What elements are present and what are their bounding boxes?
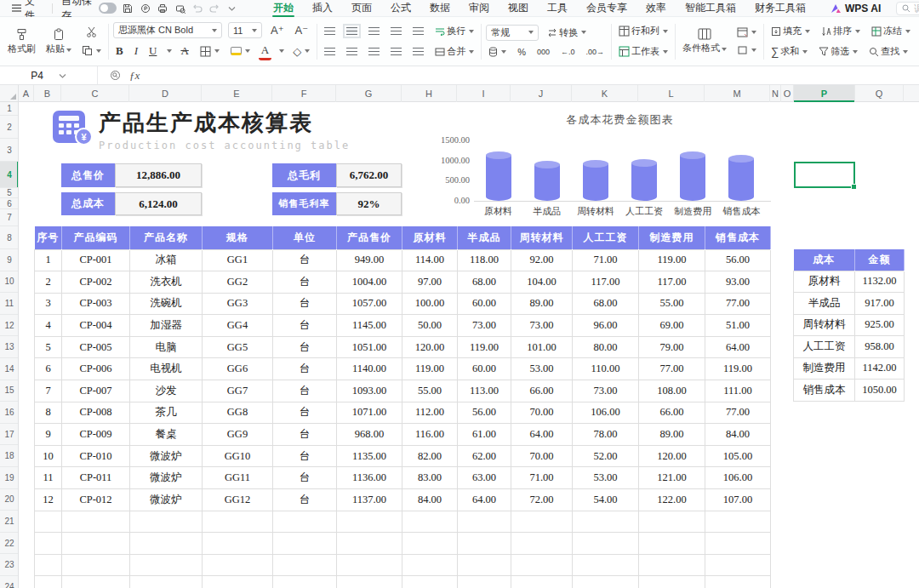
cell[interactable]: 1071.00	[337, 402, 402, 424]
cell[interactable]: CP-008	[62, 402, 130, 424]
empty-cell[interactable]	[511, 554, 573, 576]
cell[interactable]: 1051.00	[337, 336, 402, 358]
borders-button[interactable]	[197, 44, 222, 59]
cell[interactable]: 96.00	[573, 315, 639, 337]
cell[interactable]: 106.00	[573, 402, 639, 424]
cell[interactable]: 台	[273, 358, 337, 380]
empty-cell[interactable]	[639, 533, 705, 555]
find-button[interactable]: 查找	[866, 43, 910, 60]
cell[interactable]: 1145.00	[337, 315, 402, 337]
empty-cell[interactable]	[458, 511, 511, 533]
print-icon[interactable]	[157, 2, 168, 15]
empty-cell[interactable]	[35, 511, 62, 533]
cost-cell[interactable]: 1132.00	[855, 271, 905, 293]
cell[interactable]: GG7	[203, 380, 273, 402]
cell[interactable]: 52.00	[573, 445, 639, 467]
column-header-E[interactable]: E	[202, 85, 272, 102]
empty-cell[interactable]	[130, 576, 203, 588]
row-header-14[interactable]: 14	[0, 358, 19, 380]
cell[interactable]: 台	[273, 445, 337, 467]
thousands-separator-button[interactable]: 000	[534, 46, 552, 58]
cell[interactable]: 台	[273, 293, 337, 315]
cell[interactable]: 64.00	[705, 336, 771, 358]
empty-cell[interactable]	[337, 554, 402, 576]
align-center-button[interactable]	[344, 46, 360, 57]
cell[interactable]: 62.00	[458, 445, 511, 467]
eraser-button[interactable]: ◇	[290, 44, 312, 59]
print-preview-icon[interactable]	[174, 2, 186, 15]
table-header-cell[interactable]: 制造费用	[639, 226, 705, 249]
column-header-M[interactable]: M	[705, 85, 770, 102]
cell[interactable]: 11	[35, 467, 62, 489]
cell[interactable]: 80.00	[573, 336, 639, 358]
sum-button[interactable]: ∑ 求和	[768, 43, 810, 60]
cell[interactable]: 73.00	[573, 380, 639, 402]
cell[interactable]: 冰箱	[130, 249, 203, 271]
cell[interactable]: 122.00	[639, 489, 705, 511]
distribute-button[interactable]	[410, 46, 426, 57]
cell[interactable]: 77.00	[705, 402, 771, 424]
column-header-I[interactable]: I	[457, 85, 511, 102]
row-header-23[interactable]: 23	[0, 554, 19, 576]
empty-cell[interactable]	[705, 576, 771, 588]
cost-cell[interactable]: 1050.00	[855, 380, 905, 402]
sort-button[interactable]: 排序	[819, 23, 863, 39]
row-header-12[interactable]: 12	[0, 315, 19, 337]
cost-cell[interactable]: 周转材料	[794, 314, 855, 336]
increase-font-button[interactable]: A⁺	[268, 23, 287, 37]
formula-search-icon[interactable]	[110, 70, 121, 81]
cell[interactable]: 104.00	[511, 271, 573, 294]
cell[interactable]: 55.00	[639, 293, 705, 315]
empty-cell[interactable]	[203, 554, 273, 576]
number-format-select[interactable]: 常规	[486, 25, 539, 41]
cell[interactable]: GG9	[203, 424, 273, 446]
autosave-toggle[interactable]	[99, 3, 117, 14]
cell[interactable]: 66.00	[639, 402, 705, 424]
row-header-19[interactable]: 19	[0, 467, 19, 489]
empty-cell[interactable]	[35, 533, 62, 555]
row-header-18[interactable]: 18	[0, 445, 19, 467]
justify-button[interactable]	[388, 46, 404, 57]
cell[interactable]: 54.00	[573, 489, 639, 511]
cell[interactable]: 台	[273, 424, 337, 446]
cell[interactable]: GG6	[203, 358, 273, 380]
cell[interactable]: CP-005	[62, 336, 130, 358]
column-header-B[interactable]: B	[34, 85, 61, 102]
cell[interactable]: 台	[273, 315, 337, 337]
font-color-button[interactable]: A	[259, 43, 271, 60]
row-header-21[interactable]: 21	[0, 511, 19, 533]
cell[interactable]: 台	[273, 271, 337, 294]
row-header-15[interactable]: 15	[0, 380, 19, 402]
empty-cell[interactable]	[62, 533, 130, 555]
cell[interactable]: 968.00	[337, 424, 402, 446]
cell[interactable]: 108.00	[639, 380, 705, 402]
selected-cell-P4[interactable]	[794, 162, 855, 188]
cut-button[interactable]	[79, 25, 104, 39]
empty-cell[interactable]	[402, 533, 458, 555]
cell[interactable]: 63.00	[458, 467, 511, 489]
menu-tab-会员专享[interactable]: 会员专享	[577, 0, 636, 17]
cell[interactable]: 82.00	[402, 445, 458, 467]
cell[interactable]: 78.00	[573, 424, 639, 446]
cell[interactable]: 电脑	[130, 336, 203, 358]
cell[interactable]: 洗碗机	[130, 293, 203, 315]
cell[interactable]: 71.00	[573, 249, 639, 271]
cell[interactable]: CP-002	[62, 271, 130, 294]
wps-ai-button[interactable]: WPS AI	[822, 3, 889, 14]
cell[interactable]: 1057.00	[337, 293, 402, 315]
menu-tab-开始[interactable]: 开始	[264, 0, 303, 17]
chevron-down-icon[interactable]	[226, 2, 238, 15]
cell[interactable]: 117.00	[639, 271, 705, 294]
cost-cell[interactable]: 原材料	[794, 271, 855, 293]
menu-tab-效率[interactable]: 效率	[636, 0, 676, 17]
cell[interactable]: 70.00	[511, 445, 573, 467]
strikethrough-button[interactable]: A	[178, 43, 191, 60]
empty-cell[interactable]	[705, 554, 771, 576]
cost-cell[interactable]: 销售成本	[794, 380, 855, 402]
empty-cell[interactable]	[273, 511, 337, 533]
row-header-10[interactable]: 10	[0, 271, 19, 294]
cell[interactable]: 68.00	[458, 271, 511, 294]
format-painter-button[interactable]: 格式刷	[5, 21, 38, 62]
cell[interactable]: CP-009	[62, 424, 130, 446]
cell[interactable]: 沙发	[130, 380, 203, 402]
